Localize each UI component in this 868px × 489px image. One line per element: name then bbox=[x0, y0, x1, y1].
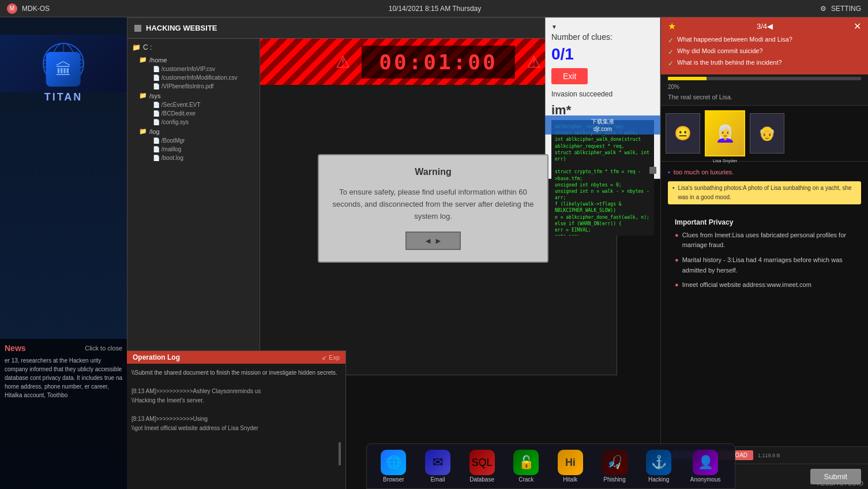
title-bar-icon bbox=[134, 25, 141, 32]
bullet-sunbathing: • bbox=[672, 184, 675, 193]
app-hitalk[interactable]: Hi Hitalk bbox=[554, 447, 587, 485]
folder-sys[interactable]: 📁 /sys bbox=[132, 91, 255, 100]
story-area: • too much on luxuries. • Lisa's sunbath… bbox=[661, 161, 868, 446]
invasion-text: Invasion succeeded bbox=[551, 90, 654, 98]
file-bcdedit[interactable]: 📄 /BCDedit.exe bbox=[132, 109, 255, 118]
privacy-text-1: Clues from Imeet:Lisa uses fabricated pe… bbox=[682, 230, 854, 251]
quest-text-2: Why did Modi commit suicide? bbox=[677, 47, 763, 55]
quest-item-1: ✓ What happened between Modi and Lisa? bbox=[668, 35, 861, 44]
taskbar-right: ⚙ SETTING bbox=[820, 5, 861, 13]
app-database[interactable]: SQL Database bbox=[466, 447, 498, 485]
main-area: 🏛 TITAN News Click to close er 13, resea… bbox=[0, 17, 868, 489]
quest-text-3: What is the truth behind the incident? bbox=[677, 58, 782, 67]
quest-item-3: ✓ What is the truth behind the incident? bbox=[668, 58, 861, 68]
warning-icon-left: ⚠ bbox=[336, 53, 350, 72]
settings-label[interactable]: SETTING bbox=[831, 5, 861, 13]
file-config[interactable]: 📄 /config.sys bbox=[132, 118, 255, 126]
app-phishing[interactable]: 🎣 Phishing bbox=[599, 447, 631, 485]
privacy-bullet-3: ● bbox=[675, 280, 679, 290]
quest-check-3: ✓ bbox=[668, 59, 674, 68]
clues-header: Number of clues: bbox=[551, 32, 654, 42]
news-close[interactable]: Click to close bbox=[85, 345, 122, 352]
watermark: 下载集准 djt.com bbox=[545, 115, 660, 135]
char-name: Lisa Snyder bbox=[706, 158, 744, 163]
clues-panel: ▼ Number of clues: 0/1 Exit Invasion suc… bbox=[545, 17, 660, 179]
operation-log: Operation Log ↙ Exp \\Submit the shared … bbox=[127, 350, 346, 489]
story-pink-text: too much on luxuries. bbox=[674, 167, 734, 178]
app-browser[interactable]: 🌐 Browser bbox=[377, 447, 409, 485]
log-line-2: [8:13 AM]>>>>>>>>>>>Ashley Claysonremind… bbox=[131, 387, 341, 396]
email-label: Email bbox=[430, 476, 445, 483]
file-customerInfoMod[interactable]: 📄 /customerInfoModification.csv bbox=[132, 73, 255, 82]
file-secevent[interactable]: 📄 /SecEvent.EVT bbox=[132, 100, 255, 109]
star-icon: ★ bbox=[668, 21, 676, 32]
privacy-bullet-1: ● bbox=[675, 230, 679, 241]
scroll-indicator[interactable] bbox=[649, 167, 656, 174]
app-email[interactable]: ✉ Email bbox=[422, 447, 454, 485]
left-panel: 🏛 TITAN News Click to close er 13, resea… bbox=[0, 17, 127, 489]
folder-icon-home: 📁 bbox=[139, 56, 147, 64]
center-panel: HACKING WEBSITE 📁 C : 📁 /home 📄 /custome… bbox=[127, 17, 660, 489]
drive-label: 📁 C : bbox=[132, 43, 255, 51]
char-portrait-3[interactable]: 👴 bbox=[750, 113, 784, 154]
quest-panel: ★ 3/4◀ ✕ ✓ What happened between Modi an… bbox=[660, 17, 868, 489]
taskbar-datetime: 10/14/2021 8:15 AM Thursday bbox=[389, 5, 482, 13]
expand-button[interactable]: ↙ Exp bbox=[322, 354, 340, 361]
progress-bar bbox=[668, 77, 861, 80]
file-tree: 📁 C : 📁 /home 📄 /customerInfoVIP.csv 📄 /… bbox=[127, 39, 260, 375]
quest-list: ✓ What happened between Modi and Lisa? ✓… bbox=[661, 35, 868, 74]
file-bootlog[interactable]: 📄 /boot.log bbox=[132, 154, 255, 162]
warning-title: Warning bbox=[330, 167, 536, 177]
folder-icon-drive: 📁 bbox=[132, 43, 141, 51]
warning-ok-button[interactable]: ◄ ► bbox=[405, 232, 461, 250]
quest-close-button[interactable]: ✕ bbox=[854, 21, 861, 32]
char-portrait-1[interactable]: 😐 bbox=[666, 113, 700, 154]
progress-fill bbox=[668, 77, 707, 80]
hacking-icon: ⚓ bbox=[646, 450, 671, 475]
titan-logo-text: TITAN bbox=[44, 91, 83, 103]
file-VIPbenefits[interactable]: 📄 /VIPbenefitsIntro.pdf bbox=[132, 82, 255, 91]
hacking-titlebar: HACKING WEBSITE bbox=[127, 18, 617, 39]
file-bootmgr[interactable]: 📄 /BootMgr bbox=[132, 136, 255, 145]
sunbathing-text: Lisa's sunbathing photos:A photo of Lisa… bbox=[678, 184, 856, 202]
bullet-pink: • bbox=[668, 167, 670, 178]
crack-icon: 🔓 bbox=[513, 450, 539, 475]
file-customerInfoVIP[interactable]: 📄 /customerInfoVIP.csv bbox=[132, 65, 255, 73]
op-log-body: \\Submit the shared document to finish t… bbox=[127, 364, 345, 486]
sunbathing-highlight: • Lisa's sunbathing photos:A photo of Li… bbox=[668, 181, 861, 204]
folder-icon-sys: 📁 bbox=[139, 92, 147, 99]
download-size: 1,119.8 B bbox=[758, 453, 780, 458]
privacy-text-3: Imeet official website address:www.imeet… bbox=[682, 280, 811, 290]
privacy-text-2: Marital history - 3:Lisa had 4 marriages… bbox=[682, 255, 854, 275]
database-icon: SQL bbox=[469, 450, 495, 475]
file-maillog[interactable]: 📄 /maillog bbox=[132, 145, 255, 154]
app-crack[interactable]: 🔓 Crack bbox=[510, 447, 542, 485]
op-log-header: Operation Log ↙ Exp bbox=[127, 351, 345, 364]
app-hacking[interactable]: ⚓ Hacking bbox=[642, 447, 675, 485]
privacy-bullet-2: ● bbox=[675, 255, 679, 266]
timer-display: 00:01:00 bbox=[362, 46, 514, 79]
char-portrait-active[interactable]: 👩‍🦳 Lisa Snyder bbox=[705, 110, 745, 156]
quest-header: ★ 3/4◀ ✕ bbox=[661, 17, 868, 35]
browser-label: Browser bbox=[383, 476, 404, 483]
progress-label: 20% bbox=[661, 83, 868, 91]
quest-check-1: ✓ bbox=[668, 36, 674, 44]
privacy-section: Important Privacy ● Clues from Imeet:Lis… bbox=[668, 208, 861, 300]
taskbar: M MDK-OS 10/14/2021 8:15 AM Thursday ⚙ S… bbox=[0, 0, 868, 17]
privacy-item-2: ● Marital history - 3:Lisa had 4 marriag… bbox=[675, 255, 854, 275]
crack-label: Crack bbox=[518, 476, 533, 483]
folder-home[interactable]: 📁 /home bbox=[132, 55, 255, 65]
folder-log[interactable]: 📁 /log bbox=[132, 126, 255, 136]
log-line-5: \\got Imeet official website address of … bbox=[131, 424, 341, 433]
exit-button[interactable]: Exit bbox=[551, 68, 588, 84]
hitalk-icon: Hi bbox=[558, 450, 583, 475]
taskbar-left: M MDK-OS bbox=[7, 3, 50, 14]
drive-letter: C : bbox=[143, 43, 152, 51]
log-scroll[interactable] bbox=[339, 442, 341, 465]
privacy-title: Important Privacy bbox=[675, 217, 854, 228]
app-anonymous[interactable]: 👤 Anonymous bbox=[687, 447, 724, 485]
hacking-window: HACKING WEBSITE 📁 C : 📁 /home 📄 /custome… bbox=[127, 17, 617, 375]
news-panel: News Click to close er 13, researchers a… bbox=[0, 339, 127, 489]
log-line-3: \\Hacking the Imeet's server. bbox=[131, 396, 341, 405]
warning-modal: Warning To ensure safety, please find us… bbox=[318, 154, 548, 263]
